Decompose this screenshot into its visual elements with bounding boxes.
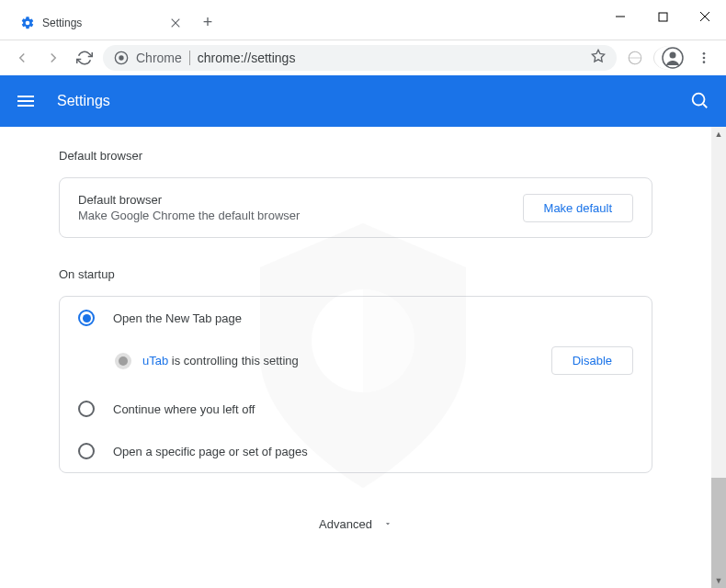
advanced-label: Advanced [319, 517, 372, 531]
settings-header: Settings [0, 75, 726, 127]
on-startup-card: Open the New Tab page uTab is controllin… [59, 296, 652, 473]
svg-point-21 [119, 356, 128, 366]
startup-option-specific[interactable]: Open a specific page or set of pages [60, 430, 652, 472]
svg-point-7 [119, 55, 123, 60]
section-heading-on-startup: On startup [59, 267, 652, 281]
radio-label: Open a specific page or set of pages [113, 445, 308, 458]
scrollbar-thumb[interactable] [711, 478, 726, 588]
browser-titlebar: Settings + [0, 0, 726, 40]
extension-badge-icon [115, 353, 131, 369]
svg-marker-22 [386, 523, 390, 525]
svg-marker-8 [592, 50, 604, 62]
svg-rect-3 [659, 13, 667, 21]
gear-icon [20, 16, 35, 30]
window-controls [599, 0, 726, 33]
radio-label: Continue where you left off [113, 402, 255, 416]
url-scheme: Chrome [136, 51, 182, 65]
startup-option-new-tab[interactable]: Open the New Tab page [60, 297, 652, 339]
default-browser-subtitle: Make Google Chrome the default browser [78, 209, 523, 222]
hamburger-icon[interactable] [15, 90, 37, 112]
account-button[interactable] [653, 46, 686, 70]
radio-icon [78, 401, 95, 417]
svg-point-14 [703, 61, 706, 63]
back-button[interactable] [9, 45, 35, 71]
svg-rect-16 [17, 100, 34, 102]
chevron-down-icon [383, 517, 392, 531]
new-tab-button[interactable]: + [199, 13, 217, 31]
browser-tab[interactable]: Settings [7, 7, 191, 39]
reload-button[interactable] [72, 45, 97, 71]
radio-icon [78, 310, 95, 326]
svg-point-13 [703, 57, 706, 60]
extension-controlled-notice: uTab is controlling this setting Disable [60, 339, 652, 388]
maximize-button[interactable] [641, 0, 684, 33]
radio-label: Open the New Tab page [113, 311, 242, 325]
startup-option-continue[interactable]: Continue where you left off [60, 388, 652, 430]
close-window-button[interactable] [684, 0, 726, 33]
disable-extension-button[interactable]: Disable [551, 346, 633, 375]
chrome-icon [114, 51, 129, 65]
svg-point-11 [670, 52, 676, 59]
settings-content: Default browser Default browser Make Goo… [0, 127, 726, 588]
radio-icon [78, 443, 95, 459]
scrollbar[interactable]: ▲ ▼ [711, 127, 726, 588]
forward-button[interactable] [40, 45, 66, 71]
minimize-button[interactable] [599, 0, 641, 33]
svg-line-19 [703, 104, 707, 107]
default-browser-card: Default browser Make Google Chrome the d… [59, 177, 652, 238]
divider [189, 51, 190, 65]
svg-point-18 [693, 94, 705, 106]
advanced-toggle[interactable]: Advanced [59, 503, 652, 546]
kebab-menu-icon[interactable] [691, 51, 717, 65]
bookmark-star-icon[interactable] [591, 49, 606, 67]
url-text: chrome://settings [198, 51, 296, 65]
scroll-up-icon[interactable]: ▲ [711, 127, 726, 141]
search-icon[interactable] [689, 90, 711, 112]
close-icon[interactable] [169, 17, 182, 29]
controlled-text: uTab is controlling this setting [142, 354, 540, 368]
svg-point-12 [703, 52, 706, 55]
scroll-down-icon[interactable]: ▼ [711, 573, 726, 588]
tab-title: Settings [42, 17, 162, 29]
svg-rect-15 [17, 96, 34, 97]
make-default-button[interactable]: Make default [523, 194, 633, 222]
extension-icon[interactable] [622, 45, 648, 71]
section-heading-default-browser: Default browser [59, 149, 652, 163]
url-toolbar: Chrome chrome://settings [0, 40, 726, 75]
svg-rect-17 [17, 105, 34, 107]
address-bar[interactable]: Chrome chrome://settings [103, 45, 617, 71]
default-browser-title: Default browser [78, 193, 523, 207]
header-title: Settings [57, 93, 110, 109]
